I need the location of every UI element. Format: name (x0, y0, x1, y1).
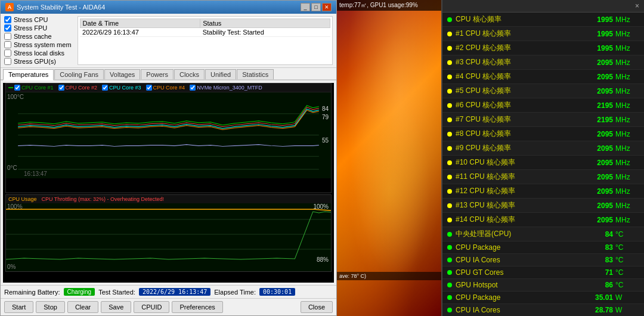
stats-row: #12 CPU 核心频率2095MHz (442, 184, 644, 199)
close-window-button[interactable]: ✕ (322, 3, 332, 11)
titlebar-left: A System Stability Test - AIDA64 (5, 3, 105, 11)
stats-label: #6 CPU 核心频率 (456, 100, 565, 110)
gpu-overlay-bottom: ave: 78° C) (337, 272, 441, 280)
aida-window: A System Stability Test - AIDA64 _ □ ✕ S… (0, 0, 337, 316)
stress-fpu-checkbox[interactable] (4, 24, 11, 32)
stats-unit: MHz (615, 44, 639, 52)
stats-dot (447, 218, 452, 222)
stats-dot (447, 175, 452, 179)
flame-decoration (337, 0, 441, 316)
stats-unit: MHz (615, 116, 639, 124)
clear-button[interactable]: Clear (67, 301, 98, 313)
stats-value: 2195 (565, 116, 613, 124)
stress-gpu-checkbox[interactable] (4, 58, 11, 65)
stats-value: 2095 (565, 173, 613, 181)
cpuid-button[interactable]: CPUID (134, 301, 169, 313)
stats-unit: °C (615, 256, 639, 264)
stats-value: 2195 (565, 101, 613, 110)
stats-dot (447, 46, 452, 51)
action-bar: Start Stop Clear Save CPUID Preferences … (1, 298, 336, 315)
stats-value: 2095 (565, 73, 613, 81)
stats-value: 28.78 (565, 306, 613, 314)
cpu-chart-legend: CPU Usage CPU Throttling (max: 32%) - Ov… (6, 195, 331, 203)
stress-cpu-checkbox[interactable] (4, 16, 11, 23)
stress-disks-label: Stress local disks (14, 49, 64, 57)
legend-cpu4-label: CPU Core #4 (153, 85, 185, 91)
stats-row: CPU GT Cores71°C (442, 267, 644, 279)
stats-dot (447, 75, 452, 79)
preferences-button[interactable]: Preferences (172, 301, 222, 313)
stress-panel: Stress CPU Stress FPU Stress cache Stres… (1, 14, 336, 68)
cpu-chart-svg (6, 205, 331, 264)
legend-nvme-label: NVMe Micron_3400_MTFD (197, 85, 262, 91)
temp-chart-area: 100°C 0°C 84 79 55 16:13:47 (6, 92, 331, 178)
stats-dot (447, 295, 452, 300)
stats-row: CPU 核心频率1995MHz (442, 13, 644, 27)
stats-close-button[interactable]: × (635, 2, 639, 10)
start-button[interactable]: Start (4, 301, 33, 313)
temperature-chart: CPU Core #1 CPU Core #2 CPU Core #3 CPU … (5, 83, 332, 193)
legend-nvme-checkbox[interactable] (190, 85, 196, 91)
tab-statistics[interactable]: Statistics (237, 69, 274, 79)
minimize-button[interactable]: _ (301, 3, 310, 11)
stats-unit: °C (615, 243, 639, 252)
stats-row: #4 CPU 核心频率2095MHz (442, 70, 644, 84)
stop-button[interactable]: Stop (36, 301, 65, 313)
stress-table-area: Date & Time Status 2022/6/29 16:13:47 St… (78, 16, 333, 65)
stress-gpu-label: Stress GPU(s) (14, 58, 56, 65)
tab-powers[interactable]: Powers (141, 69, 174, 79)
legend-cpu2-label: CPU Core #2 (66, 85, 98, 91)
tab-cooling-fans[interactable]: Cooling Fans (54, 69, 104, 79)
tab-unified[interactable]: Unified (205, 69, 236, 79)
tab-temperatures[interactable]: Temperatures (3, 69, 54, 80)
stress-sysmem-checkbox[interactable] (4, 41, 11, 48)
stats-label: #13 CPU 核心频率 (456, 200, 565, 210)
stress-fpu-label: Stress FPU (14, 24, 47, 32)
stats-value: 2095 (565, 130, 613, 138)
stress-sysmem-label: Stress system mem (14, 41, 72, 48)
stats-value: 2095 (565, 202, 613, 210)
stats-value: 2095 (565, 159, 613, 167)
stress-cache-checkbox[interactable] (4, 33, 11, 40)
stress-disks-checkbox[interactable] (4, 49, 11, 57)
tab-clocks[interactable]: Clocks (174, 69, 205, 79)
stats-label: #1 CPU 核心频率 (456, 29, 565, 39)
stats-row: #3 CPU 核心频率2095MHz (442, 55, 644, 70)
col-datetime: Date & Time (80, 19, 200, 28)
legend-cpu2-checkbox[interactable] (58, 85, 64, 91)
status-bar: Remaining Battery: Charging Test Started… (1, 285, 336, 298)
stress-fpu-item: Stress FPU (4, 24, 72, 32)
stats-label: GPU Hotspot (456, 281, 565, 289)
stats-dot (447, 283, 452, 287)
stress-gpu-item: Stress GPU(s) (4, 58, 72, 65)
stats-value: 2095 (565, 216, 613, 224)
stats-dot (447, 132, 452, 137)
chart-container: CPU Core #1 CPU Core #2 CPU Core #3 CPU … (3, 83, 334, 283)
test-datetime: 2022/6/29 16:13:47 (80, 28, 200, 37)
stats-value: 71 (565, 268, 613, 277)
save-button[interactable]: Save (101, 301, 131, 313)
stats-unit: MHz (615, 159, 639, 167)
stats-row: GPU Hotspot86°C (442, 279, 644, 292)
stats-value: 83 (565, 243, 613, 252)
tab-voltages[interactable]: Voltages (104, 69, 140, 79)
stress-sysmem-item: Stress system mem (4, 41, 72, 48)
legend-cpu-core4: CPU Core #4 (146, 85, 185, 91)
stats-unit: W (615, 293, 639, 302)
stats-row: CPU IA Cores28.78W (442, 304, 644, 316)
stats-value: 86 (565, 281, 613, 289)
legend-cpu4-checkbox[interactable] (146, 85, 152, 91)
stats-unit: MHz (615, 202, 639, 210)
stats-rows-container: CPU 核心频率1995MHz#1 CPU 核心频率1995MHz#2 CPU … (442, 13, 644, 316)
stats-unit: MHz (615, 87, 639, 95)
stats-dot (447, 89, 452, 94)
legend-cpu3-checkbox[interactable] (102, 85, 108, 91)
stats-label: #2 CPU 核心频率 (456, 43, 565, 53)
stats-row: #1 CPU 核心频率1995MHz (442, 27, 644, 41)
legend-cpu-core1: CPU Core #1 (8, 85, 54, 91)
stats-label: #3 CPU 核心频率 (456, 57, 565, 67)
legend-cpu1-checkbox[interactable] (14, 85, 20, 91)
stress-cache-item: Stress cache (4, 33, 72, 40)
aida-close-button[interactable]: Close (301, 301, 333, 313)
maximize-button[interactable]: □ (311, 3, 321, 11)
